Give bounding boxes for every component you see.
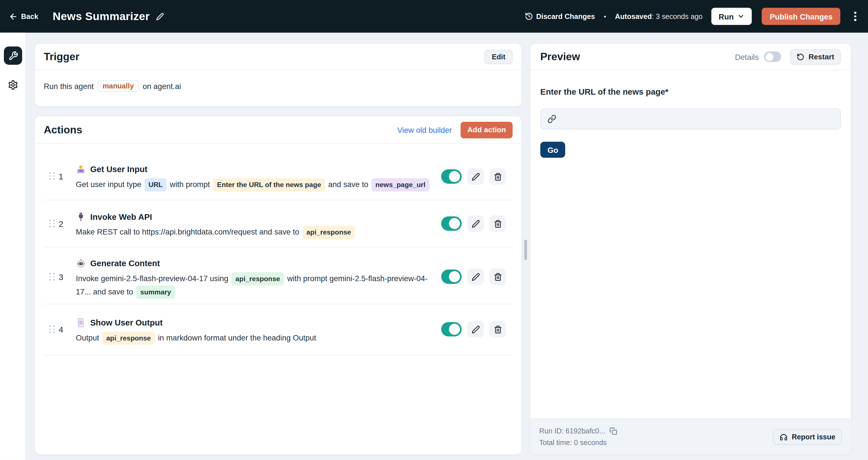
drag-handle[interactable]: [49, 273, 55, 281]
trigger-text-suffix: on agent.ai: [143, 81, 181, 91]
preview-footer: Run ID: 6192bafc0... Total time: 0 secon…: [530, 419, 851, 454]
trash-icon: [494, 325, 502, 333]
pencil-icon: [471, 220, 479, 228]
delete-action-button[interactable]: [489, 168, 506, 185]
action-number: 2: [59, 219, 63, 229]
delete-action-button[interactable]: [489, 268, 506, 285]
row-controls: [441, 268, 506, 285]
action-number: 1: [59, 171, 63, 181]
report-issue-label: Report issue: [792, 433, 835, 441]
trigger-header: Trigger Edit: [35, 44, 522, 70]
url-input[interactable]: [562, 114, 834, 123]
variable-chip: api_response: [102, 331, 155, 345]
actions-header: Actions View old builder Add action: [35, 116, 522, 144]
preview-title: Preview: [540, 51, 580, 63]
trigger-text-prefix: Run this agent: [44, 81, 94, 91]
type-chip: URL: [145, 178, 167, 192]
enable-toggle[interactable]: [441, 217, 462, 231]
copy-icon[interactable]: [610, 427, 617, 434]
action-description: Make REST call to https://api.brightdata…: [76, 226, 441, 239]
kebab-menu-icon[interactable]: [850, 10, 860, 23]
back-arrow-icon: [9, 12, 18, 21]
pencil-icon: [471, 172, 479, 180]
run-button[interactable]: Run: [711, 8, 752, 25]
enable-toggle[interactable]: [441, 169, 462, 184]
enable-toggle[interactable]: [441, 269, 462, 284]
edit-action-button[interactable]: [467, 321, 484, 338]
page-icon: [76, 318, 86, 327]
actions-rows: 1 Get User Input Get user input type URL…: [35, 144, 522, 454]
drag-handle[interactable]: [49, 172, 55, 180]
view-old-builder-link[interactable]: View old builder: [397, 126, 452, 134]
enable-toggle[interactable]: [441, 322, 462, 336]
desc-text: Make REST call to https://api.brightdata…: [76, 227, 299, 236]
agent-title: News Summarizer: [53, 10, 150, 23]
delete-action-button[interactable]: [489, 321, 506, 338]
trigger-description: Run this agent manually on agent.ai: [35, 70, 522, 102]
trigger-title: Trigger: [44, 51, 80, 63]
edit-action-button[interactable]: [467, 168, 484, 185]
trash-icon: [494, 172, 502, 180]
autosaved-value: : 3 seconds ago: [652, 12, 703, 20]
preview-header: Preview Details Restart: [530, 44, 851, 70]
back-button[interactable]: Back: [9, 12, 38, 21]
action-title: Show User Output: [90, 318, 162, 327]
variable-chip: api_response: [303, 226, 355, 239]
sidebar-item-build[interactable]: [4, 46, 22, 65]
run-id-value: 6192bafc0...: [565, 427, 605, 435]
edit-title-button[interactable]: [156, 12, 164, 20]
robot-icon: [76, 259, 86, 268]
preview-body: Enter the URL of the news page* Go: [540, 70, 841, 158]
separator-dot: •: [604, 12, 606, 20]
row-separator: [44, 304, 513, 304]
sidebar-item-settings[interactable]: [4, 76, 22, 94]
variable-chip: summary: [136, 286, 175, 299]
actions-card: Actions View old builder Add action 1 Ge…: [34, 116, 522, 455]
row-separator: [44, 200, 513, 200]
action-description: Get user input type URL with prompt Ente…: [76, 178, 441, 192]
add-action-button[interactable]: Add action: [461, 122, 513, 138]
gear-icon: [8, 80, 18, 90]
total-time-label: Total time:: [539, 438, 572, 447]
restart-label: Restart: [808, 53, 834, 61]
restart-icon: [797, 53, 804, 61]
action-title: Invoke Web API: [90, 212, 152, 221]
desc-text: with prompt: [170, 180, 210, 189]
back-label: Back: [21, 12, 38, 20]
trigger-card: Trigger Edit Run this agent manually on …: [34, 43, 522, 107]
trigger-mode-chip[interactable]: manually: [97, 80, 139, 92]
run-label: Run: [719, 12, 734, 21]
plug-icon: [76, 212, 86, 222]
left-rail: [0, 33, 26, 460]
pencil-icon: [156, 12, 164, 20]
actions-title: Actions: [44, 124, 82, 136]
details-label: Details: [735, 52, 758, 61]
edit-action-button[interactable]: [467, 268, 484, 285]
report-issue-button[interactable]: Report issue: [773, 429, 842, 445]
go-button[interactable]: Go: [540, 141, 565, 158]
technologist-icon: [76, 164, 86, 174]
row-controls: [441, 215, 506, 232]
publish-changes-button[interactable]: Publish Changes: [762, 8, 840, 25]
delete-action-button[interactable]: [489, 215, 506, 232]
action-description: Invoke gemini-2.5-flash-preview-04-17 us…: [76, 272, 441, 299]
trigger-edit-button[interactable]: Edit: [485, 50, 513, 64]
details-toggle[interactable]: [764, 52, 781, 62]
variable-chip: news_page_url: [372, 178, 429, 192]
link-icon: [548, 114, 556, 123]
discard-label: Discard Changes: [536, 12, 595, 20]
restart-button[interactable]: Restart: [790, 49, 841, 64]
edit-action-button[interactable]: [467, 215, 484, 232]
drag-handle[interactable]: [49, 220, 55, 227]
run-meta: Run ID: 6192bafc0... Total time: 0 secon…: [539, 427, 618, 447]
app-viewport: Back News Summarizer Discard Changes • A…: [0, 0, 868, 460]
scrollbar-thumb[interactable]: [524, 240, 527, 260]
drag-handle[interactable]: [49, 326, 55, 333]
url-input-container[interactable]: [540, 108, 841, 129]
headset-icon: [779, 433, 788, 441]
discard-changes-button[interactable]: Discard Changes: [525, 12, 595, 20]
url-field-label: Enter the URL of the news page*: [540, 87, 841, 96]
autosaved-label: Autosaved: [615, 12, 652, 20]
desc-text: Invoke gemini-2.5-flash-preview-04-17 us…: [76, 274, 228, 283]
action-description: Output api_response in markdown format u…: [76, 331, 441, 345]
